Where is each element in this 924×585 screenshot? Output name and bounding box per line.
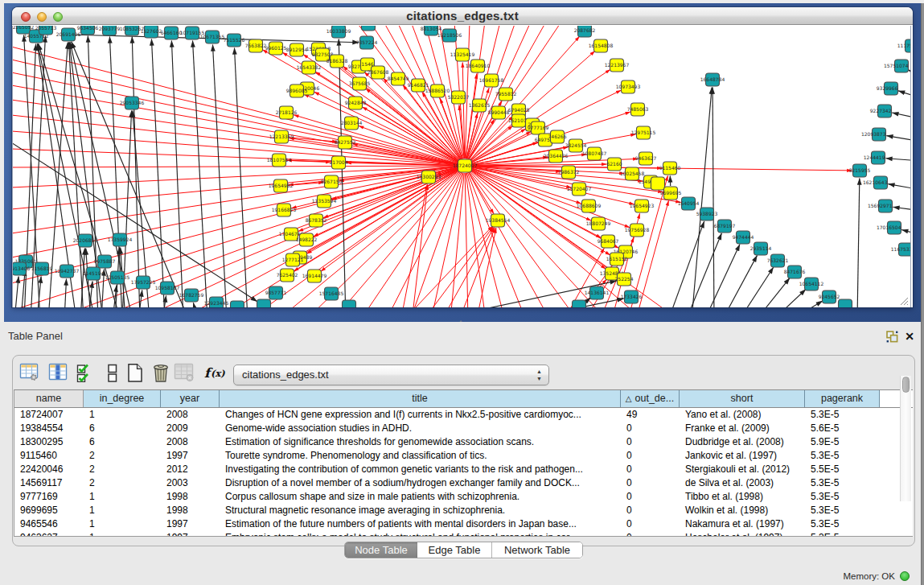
graph-edge[interactable] [885, 159, 911, 161]
cell-name[interactable]: 9777169 [14, 490, 84, 504]
graph-node[interactable]: 9684067 [598, 235, 619, 248]
graph-node[interactable]: 62160 [606, 158, 622, 171]
graph-edge[interactable] [898, 91, 911, 98]
graph-node[interactable]: 16914479 [302, 270, 327, 282]
cell-year[interactable]: 1997 [161, 449, 220, 463]
graph-node[interactable] [257, 299, 271, 307]
table-chooser-dropdown[interactable]: citations_edges.txt ▲▼ [233, 365, 549, 385]
table-row[interactable]: 911546021997Tourette syndrome. Phenomeno… [14, 449, 913, 463]
graph-node[interactable]: 7632621 [767, 254, 789, 267]
float-window-icon[interactable] [886, 331, 898, 343]
graph-node[interactable]: 1167533 [891, 243, 911, 256]
graph-node[interactable]: 8471676 [784, 266, 806, 278]
cell-in-degree[interactable]: 1 [84, 531, 161, 537]
cell-title[interactable]: Disruption of a novel member of a sodium… [220, 476, 621, 490]
graph-node[interactable]: 16648784 [700, 73, 725, 86]
graph-node[interactable]: 8267150 [321, 175, 343, 188]
graph-node[interactable]: 14136141 [585, 286, 610, 299]
cell-out-de-[interactable]: 0 [621, 449, 680, 463]
cell-year[interactable]: 2008 [161, 435, 220, 449]
graph-node[interactable]: 7515526 [224, 34, 245, 47]
graph-edge[interactable] [893, 207, 911, 211]
graph-node[interactable]: 8215955 [849, 164, 871, 177]
network-canvas[interactable]: 2265052140557122055713206914069634506209… [12, 26, 911, 307]
table-row[interactable]: 2242004622012Investigating the contribut… [14, 463, 913, 476]
graph-node[interactable] [651, 177, 665, 190]
cell-in-degree[interactable]: 6 [84, 435, 161, 449]
graph-edge[interactable] [886, 136, 911, 142]
graph-node[interactable]: 9115460 [659, 162, 681, 175]
cell-title[interactable]: Tourette syndrome. Phenomenology and cla… [220, 449, 621, 463]
cell-year[interactable]: 2003 [161, 476, 220, 490]
graph-node[interactable]: 7485063 [627, 103, 649, 116]
new-document-button[interactable] [124, 361, 146, 384]
graph-edge[interactable] [13, 166, 458, 167]
cell-pagerank[interactable]: 5.3E-5 [805, 504, 880, 517]
column-header-title[interactable]: title [220, 390, 621, 407]
cell-pagerank[interactable]: 5.3E-5 [805, 490, 880, 504]
tab-network-table[interactable]: Network Table [491, 542, 582, 558]
table-row[interactable]: 1456911722003Disruption of a novel membe… [14, 476, 913, 490]
cell-year[interactable]: 2008 [161, 408, 220, 422]
graph-node[interactable]: 20364436 [544, 150, 569, 163]
memory-status-dot[interactable] [900, 571, 910, 581]
cell-pagerank[interactable]: 5.3E-5 [805, 449, 880, 463]
graph-edge[interactable] [458, 228, 495, 307]
graph-edge[interactable] [193, 303, 198, 307]
graph-node[interactable] [573, 300, 586, 307]
graph-node[interactable] [343, 300, 356, 307]
cell-name[interactable]: 14569117 [14, 476, 84, 490]
cell-in-degree[interactable]: 2 [84, 463, 161, 476]
cell-out-de-[interactable]: 0 [621, 517, 680, 531]
table-vertical-scrollbar[interactable] [900, 376, 911, 501]
select-column-button[interactable] [47, 361, 69, 384]
delete-button[interactable] [150, 361, 172, 384]
cell-out-de-[interactable]: 0 [621, 435, 680, 449]
graph-node[interactable]: 7357224 [356, 36, 378, 49]
cell-pagerank[interactable]: 5.5E-5 [805, 463, 880, 476]
graph-edge[interactable] [469, 171, 577, 307]
graph-edge[interactable] [64, 278, 67, 307]
cell-title[interactable]: Structural magnetic resonance image aver… [220, 504, 621, 517]
graph-edge[interactable] [193, 40, 207, 307]
function-builder-button[interactable]: f (x) [203, 361, 226, 384]
cell-in-degree[interactable]: 6 [84, 422, 161, 435]
graph-edge[interactable] [450, 173, 464, 307]
graph-node[interactable]: 17016504 [877, 221, 901, 234]
column-header-pagerank[interactable]: pagerank [805, 390, 880, 407]
graph-edge[interactable] [88, 35, 98, 307]
graph-node[interactable]: 17359924 [108, 233, 133, 246]
cell-title[interactable]: Genome-wide association studies in ADHD. [220, 422, 621, 435]
cell-title[interactable]: Investigating the contribution of common… [220, 463, 621, 476]
graph-edge[interactable] [151, 39, 165, 307]
cell-pagerank[interactable]: 5.3E-5 [805, 408, 880, 422]
graph-edge[interactable] [465, 173, 468, 307]
cell-short[interactable]: Dudbridge et al. (2008) [680, 435, 805, 449]
cell-in-degree[interactable]: 1 [84, 490, 161, 504]
cell-year[interactable]: 2009 [161, 422, 220, 435]
cell-out-de-[interactable]: 0 [621, 463, 680, 476]
cell-in-degree[interactable]: 2 [84, 449, 161, 463]
graph-node[interactable]: 16210643 [863, 176, 888, 189]
column-header-out-de-[interactable]: △out_de... [621, 390, 680, 407]
graph-edge[interactable] [892, 113, 911, 119]
select-all-button[interactable] [74, 361, 97, 384]
graph-node[interactable]: 10688609 [577, 200, 602, 212]
cell-out-de-[interactable]: 0 [621, 422, 680, 435]
cell-in-degree[interactable]: 2 [84, 476, 161, 490]
graph-edge[interactable] [171, 40, 183, 307]
graph-edge[interactable] [857, 178, 860, 307]
graph-node[interactable]: 12213967 [605, 59, 630, 72]
cell-name[interactable]: 9465546 [14, 517, 84, 531]
table-row[interactable]: 977716911998Corpus callosum shape and si… [14, 490, 913, 504]
cell-year[interactable]: 1998 [161, 490, 220, 504]
cell-pagerank[interactable]: 5.9E-5 [805, 435, 880, 449]
graph-node[interactable]: 1733426 [621, 290, 643, 303]
column-header-year[interactable]: year [161, 390, 220, 407]
graph-node[interactable]: 16961758 [479, 74, 504, 87]
cell-title[interactable]: Changes of HCN gene expression and I(f) … [220, 408, 621, 422]
graph-node[interactable]: 19384554 [486, 214, 511, 227]
graph-node[interactable]: 9329966 [877, 82, 898, 95]
column-header-short[interactable]: short [680, 390, 805, 407]
canvas-resize-grip[interactable] [899, 296, 909, 306]
